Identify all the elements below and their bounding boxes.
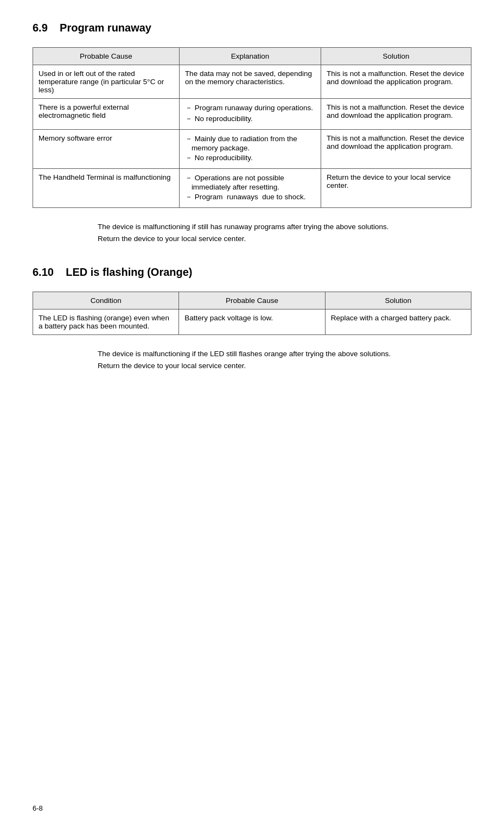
cell-explanation: The data may not be saved, depending on … <box>179 65 321 99</box>
section-610-table: Condition Probable Cause Solution The LE… <box>33 292 471 335</box>
col-header-solution: Solution <box>325 292 471 309</box>
section-610-title: 6.10 LED is flashing (Orange) <box>33 266 471 279</box>
table-row: The LED is flashing (orange) even when a… <box>33 309 471 335</box>
section-69-title: 6.9 Program runaway <box>33 22 471 34</box>
table-row: Used in or left out of the rated tempera… <box>33 65 471 99</box>
col-header-probable-cause: Probable Cause <box>179 292 325 309</box>
list-item: Operations are not possible immediately … <box>185 173 315 191</box>
cell-solution: Replace with a charged battery pack. <box>325 309 471 335</box>
list-item: No reproducibility. <box>185 114 315 124</box>
col-header-explanation: Explanation <box>179 48 321 65</box>
cell-solution: Return the device to your local service … <box>321 169 471 208</box>
table-row: Memory software error Mainly due to radi… <box>33 130 471 169</box>
page-footer: 6-8 <box>33 804 43 812</box>
note-line-1: The device is malfunctioning if still ha… <box>98 221 471 233</box>
table-row: The Handheld Terminal is malfunctioning … <box>33 169 471 208</box>
cell-explanation: Mainly due to radiation from the memory … <box>179 130 321 169</box>
cell-solution: This is not a malfunction. Reset the dev… <box>321 65 471 99</box>
cell-cause: Used in or left out of the rated tempera… <box>33 65 180 99</box>
table-row: There is a powerful external electromagn… <box>33 99 471 130</box>
cell-explanation: Operations are not possible immediately … <box>179 169 321 208</box>
cell-cause: There is a powerful external electromagn… <box>33 99 180 130</box>
explanation-list: Mainly due to radiation from the memory … <box>185 134 315 163</box>
note-line-2: Return the device to your local service … <box>98 360 471 372</box>
note-line-1: The device is malfunctioning if the LED … <box>98 348 471 360</box>
cell-probable-cause: Battery pack voltage is low. <box>179 309 325 335</box>
cell-cause: Memory software error <box>33 130 180 169</box>
list-item: Program runaways due to shock. <box>185 192 315 202</box>
list-item: Mainly due to radiation from the memory … <box>185 134 315 152</box>
cell-solution: This is not a malfunction. Reset the dev… <box>321 99 471 130</box>
note-line-2: Return the device to your local service … <box>98 233 471 245</box>
col-header-probable-cause: Probable Cause <box>33 48 180 65</box>
cell-cause: The Handheld Terminal is malfunctioning <box>33 169 180 208</box>
section-69-table: Probable Cause Explanation Solution Used… <box>33 47 471 208</box>
section-69-note: The device is malfunctioning if still ha… <box>98 221 471 244</box>
col-header-solution: Solution <box>321 48 471 65</box>
list-item: Program runaway during operations. <box>185 103 315 113</box>
section-69: 6.9 Program runaway Probable Cause Expla… <box>33 22 471 244</box>
section-610-note: The device is malfunctioning if the LED … <box>98 348 471 371</box>
cell-condition: The LED is flashing (orange) even when a… <box>33 309 179 335</box>
explanation-list: Program runaway during operations. No re… <box>185 103 315 124</box>
col-header-condition: Condition <box>33 292 179 309</box>
section-610: 6.10 LED is flashing (Orange) Condition … <box>33 266 471 371</box>
cell-explanation: Program runaway during operations. No re… <box>179 99 321 130</box>
list-item: No reproducibility. <box>185 153 315 163</box>
explanation-list: Operations are not possible immediately … <box>185 173 315 202</box>
cell-solution: This is not a malfunction. Reset the dev… <box>321 130 471 169</box>
